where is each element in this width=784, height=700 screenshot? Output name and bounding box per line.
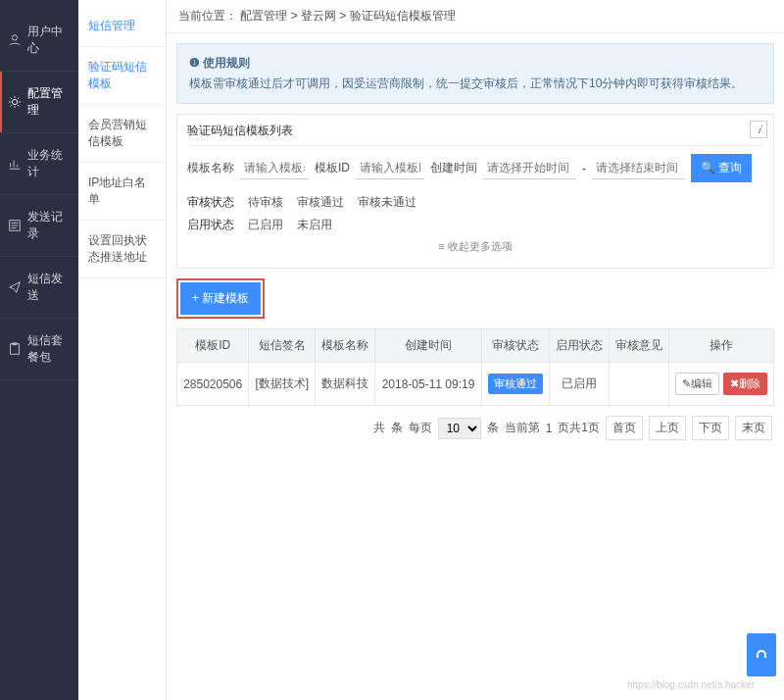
sidebar-label: 配置管理 bbox=[27, 85, 71, 119]
table-header-row: 模板ID 短信签名 模板名称 创建时间 审核状态 启用状态 审核意见 操作 bbox=[177, 329, 774, 363]
pager-last[interactable]: 末页 bbox=[735, 416, 772, 440]
cell-time: 2018-05-11 09:19 bbox=[375, 363, 481, 406]
subnav-item-sms-mgmt[interactable]: 短信管理 bbox=[78, 6, 166, 47]
breadcrumb: 当前位置： 配置管理 > 登云网 > 验证码短信模板管理 bbox=[167, 0, 784, 33]
id-label: 模板ID bbox=[315, 160, 350, 176]
audit-opt-pending[interactable]: 待审核 bbox=[248, 194, 283, 211]
audit-label: 审核状态 bbox=[187, 194, 234, 211]
time-label: 创建时间 bbox=[430, 160, 477, 176]
th-name: 模板名称 bbox=[316, 329, 375, 363]
template-table: 模板ID 短信签名 模板名称 创建时间 审核状态 启用状态 审核意见 操作 28… bbox=[176, 328, 774, 406]
sidebar-label: 短信发送 bbox=[27, 271, 71, 304]
audit-filter: 审核状态 待审核 审核通过 审核未通过 bbox=[187, 194, 763, 211]
sidebar-item-send[interactable]: 短信发送 bbox=[0, 257, 78, 319]
audit-opt-passed[interactable]: 审核通过 bbox=[297, 194, 344, 211]
cell-enable: 已启用 bbox=[549, 363, 609, 406]
sidebar-label: 用户中心 bbox=[27, 24, 71, 57]
sidebar-item-user-center[interactable]: 用户中心 bbox=[0, 10, 78, 72]
svg-point-0 bbox=[12, 35, 17, 40]
panel-toggle[interactable]: 𝑖 bbox=[750, 121, 767, 138]
send-icon bbox=[8, 280, 22, 294]
new-template-button[interactable]: + 新建模板 bbox=[180, 282, 261, 315]
th-sign: 短信签名 bbox=[249, 329, 316, 363]
svg-point-1 bbox=[12, 99, 17, 104]
sidebar-label: 短信套餐包 bbox=[27, 332, 71, 366]
usage-alert: ❶ 使用规则 模板需审核通过后才可调用，因受运营商限制，统一提交审核后，正常情况… bbox=[176, 43, 774, 104]
search-button[interactable]: 🔍 查询 bbox=[691, 154, 752, 182]
sidebar-item-stats[interactable]: 业务统计 bbox=[0, 133, 78, 195]
enable-label: 启用状态 bbox=[187, 217, 234, 233]
id-input[interactable] bbox=[356, 157, 424, 179]
delete-button[interactable]: ✖删除 bbox=[723, 373, 767, 395]
name-label: 模板名称 bbox=[187, 160, 234, 176]
time-end-input[interactable] bbox=[592, 157, 685, 179]
sidebar-label: 发送记录 bbox=[27, 209, 71, 242]
enable-filter: 启用状态 已启用 未启用 bbox=[187, 217, 763, 233]
th-audit: 审核状态 bbox=[481, 329, 549, 363]
audit-opt-rejected[interactable]: 审核未通过 bbox=[358, 194, 416, 211]
panel-title: 验证码短信模板列表 bbox=[187, 123, 763, 146]
cell-sign: [数据技术] bbox=[249, 363, 316, 406]
cell-id: 285020506 bbox=[177, 363, 249, 406]
subnav-item-marketing-template[interactable]: 会员营销短信模板 bbox=[78, 105, 166, 163]
float-action-button[interactable] bbox=[747, 633, 776, 676]
sidebar: 用户中心 配置管理 业务统计 发送记录 短信发送 短信套餐包 bbox=[0, 0, 78, 700]
edit-button[interactable]: ✎编辑 bbox=[675, 373, 719, 395]
enable-opt-on[interactable]: 已启用 bbox=[248, 217, 283, 233]
search-row: 模板名称 模板ID 创建时间 - 🔍 查询 bbox=[187, 154, 763, 182]
th-id: 模板ID bbox=[177, 329, 249, 363]
sidebar-item-config[interactable]: 配置管理 bbox=[0, 72, 78, 133]
user-icon bbox=[8, 33, 22, 47]
table-row: 285020506 [数据技术] 数据科技 2018-05-11 09:19 审… bbox=[177, 363, 774, 406]
sidebar-item-package[interactable]: 短信套餐包 bbox=[0, 319, 78, 380]
main: 当前位置： 配置管理 > 登云网 > 验证码短信模板管理 ❶ 使用规则 模板需审… bbox=[167, 0, 784, 700]
pager-prev[interactable]: 上页 bbox=[649, 416, 686, 440]
enable-opt-off[interactable]: 未启用 bbox=[297, 217, 332, 233]
pager: 共 条 每页 10 条 当前第 1 页共1页 首页 上页 下页 末页 bbox=[167, 406, 784, 444]
search-icon: 🔍 bbox=[701, 161, 715, 175]
th-ops: 操作 bbox=[669, 329, 774, 363]
alert-body: 模板需审核通过后才可调用，因受运营商限制，统一提交审核后，正常情况下10分钟内即… bbox=[189, 75, 761, 93]
th-time: 创建时间 bbox=[375, 329, 481, 363]
subnav-item-verify-template[interactable]: 验证码短信模板 bbox=[78, 47, 166, 105]
cell-ops: ✎编辑 ✖删除 bbox=[669, 363, 774, 406]
new-template-wrap: + 新建模板 bbox=[176, 278, 774, 319]
alert-title: ❶ 使用规则 bbox=[189, 54, 761, 73]
list-icon bbox=[8, 219, 22, 232]
gear-icon bbox=[8, 95, 22, 109]
headset-icon bbox=[754, 647, 769, 663]
subnav-item-callback[interactable]: 设置回执状态推送地址 bbox=[78, 221, 166, 278]
name-input[interactable] bbox=[240, 157, 309, 179]
page-size-select[interactable]: 10 bbox=[438, 418, 481, 439]
svg-rect-3 bbox=[11, 344, 20, 355]
subnav: 短信管理 验证码短信模板 会员营销短信模板 IP地址白名单 设置回执状态推送地址 bbox=[78, 0, 167, 700]
pager-next[interactable]: 下页 bbox=[692, 416, 729, 440]
cell-audit: 审核通过 bbox=[481, 363, 549, 406]
clipboard-icon bbox=[8, 342, 22, 356]
chart-icon bbox=[8, 157, 22, 171]
watermark: https://blog.csdn.net/s.hacker bbox=[627, 679, 755, 690]
cell-opinion bbox=[610, 363, 669, 406]
expand-toggle[interactable]: ≡ 收起更多选项 bbox=[187, 239, 763, 254]
audit-badge: 审核通过 bbox=[488, 374, 543, 394]
time-start-input[interactable] bbox=[483, 157, 576, 179]
th-opinion: 审核意见 bbox=[610, 329, 669, 363]
pager-first[interactable]: 首页 bbox=[606, 416, 643, 440]
th-enable: 启用状态 bbox=[549, 329, 609, 363]
sidebar-label: 业务统计 bbox=[27, 147, 71, 180]
cell-name: 数据科技 bbox=[316, 363, 375, 406]
sidebar-item-records[interactable]: 发送记录 bbox=[0, 195, 78, 257]
subnav-item-ip-whitelist[interactable]: IP地址白名单 bbox=[78, 163, 166, 221]
search-panel: 验证码短信模板列表 𝑖 模板名称 模板ID 创建时间 - 🔍 查询 审核状态 待… bbox=[176, 114, 774, 269]
